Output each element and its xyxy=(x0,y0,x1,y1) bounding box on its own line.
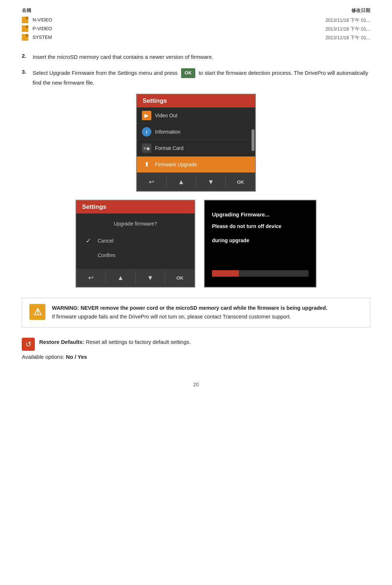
warning-box: ⚠ WARNING: NEVER remove the power cord o… xyxy=(22,298,370,328)
restore-icon: ↺ xyxy=(22,338,35,351)
upgrade-options-list: ✓ Cancel ✓ Confirm xyxy=(82,235,189,261)
file-name: P-VIDEO xyxy=(33,26,52,31)
file-row: SYSTEM 2013/11/18 下午 01... xyxy=(22,33,370,42)
warning-icon: ⚠ xyxy=(29,304,45,320)
upgrading-text-block: Upgrading Firmware... Please do not turn… xyxy=(212,211,309,255)
menu-item-firmware-upgrade-label: Firmware Upgrade xyxy=(155,162,197,167)
warning-title: WARNING: xyxy=(52,305,79,311)
file-name-cell: SYSTEM xyxy=(22,33,163,42)
settings-title-main: Settings xyxy=(137,94,255,107)
scrollbar xyxy=(252,129,254,151)
available-options-label: Available options: xyxy=(22,354,64,360)
firmware-upgrade-icon: ⬆ xyxy=(142,160,151,169)
upgrade-question-text: Upgrade firmware? xyxy=(82,221,189,227)
progress-bar-container xyxy=(212,270,309,277)
step-3-text-before: Select Upgrade Firmware from the Setting… xyxy=(33,70,177,76)
video-out-icon: ▶ xyxy=(142,111,151,120)
step-3-number: 3. xyxy=(22,68,33,75)
warning-text-content: WARNING: NEVER remove the power cord or … xyxy=(52,304,327,321)
col-name-header: 名稱 xyxy=(22,7,163,16)
menu-item-video-out: ▶ Video Out xyxy=(137,107,255,124)
available-options-line: Available options: No / Yes xyxy=(22,354,370,360)
format-card-icon: ≡◆ xyxy=(142,143,151,153)
restore-description-text: Reset all settings to factory default se… xyxy=(86,339,191,345)
file-date-cell: 2013/11/18 下午 01... xyxy=(163,16,370,25)
nav-ok-btn[interactable]: OK xyxy=(226,176,255,188)
restore-text: Restore Defaults: Reset all settings to … xyxy=(39,338,191,346)
nav-back-btn[interactable]: ↩ xyxy=(137,176,167,188)
information-icon: i xyxy=(142,127,151,137)
progress-bar-fill xyxy=(212,270,239,277)
warning-body-text: If firmware upgrade fails and the DriveP… xyxy=(52,314,291,320)
step-2: 2. Insert the microSD memory card that c… xyxy=(22,52,370,62)
file-table: 名稱 修改日期 N-VIDEO 2013/11/18 下午 01... P-VI… xyxy=(22,7,370,42)
restore-label: Restore Defaults: xyxy=(39,339,84,345)
settings-confirm-screen: Settings Upgrade firmware? ✓ Cancel ✓ Co… xyxy=(75,200,195,288)
file-row: N-VIDEO 2013/11/18 下午 01... xyxy=(22,16,370,25)
file-date-cell: 2013/11/18 下午 01... xyxy=(163,25,370,33)
menu-nav-bar-main: ↩ ▲ ▼ OK xyxy=(137,173,255,191)
nav-up-btn[interactable]: ▲ xyxy=(167,176,196,188)
upgrading-line1: Upgrading Firmware... xyxy=(212,211,309,219)
upgrading-line2: Please do not turn off device xyxy=(212,223,309,230)
confirm-nav-up-btn[interactable]: ▲ xyxy=(106,272,136,284)
step-2-text: Insert the microSD memory card that cont… xyxy=(33,52,370,62)
step-3: 3. Select Upgrade Firmware from the Sett… xyxy=(22,68,370,88)
upgrading-line3: during upgrade xyxy=(212,237,309,244)
confirm-option: ✓ Confirm xyxy=(82,249,189,261)
check-mark: ✓ xyxy=(86,237,91,245)
confirm-nav-back-btn[interactable]: ↩ xyxy=(76,272,106,284)
file-name: SYSTEM xyxy=(33,34,52,40)
nav-down-btn[interactable]: ▼ xyxy=(196,176,226,188)
upgrade-confirm-content: Upgrade firmware? ✓ Cancel ✓ Confirm xyxy=(76,214,195,269)
settings-screenshot-main: Settings ▶ Video Out i Information ≡◆ Fo… xyxy=(136,94,256,192)
ok-button-inline: OK xyxy=(181,68,196,78)
menu-nav-bar-confirm: ↩ ▲ ▼ OK xyxy=(76,269,195,287)
file-row: P-VIDEO 2013/11/18 下午 01... xyxy=(22,25,370,33)
col-date-header: 修改日期 xyxy=(163,7,370,16)
cancel-option: ✓ Cancel xyxy=(82,235,189,247)
confirm-nav-down-btn[interactable]: ▼ xyxy=(136,272,166,284)
available-options-value: No / Yes xyxy=(66,354,87,360)
step-2-number: 2. xyxy=(22,52,33,59)
file-icon xyxy=(22,25,28,32)
menu-item-video-out-label: Video Out xyxy=(155,113,177,118)
file-name: N-VIDEO xyxy=(33,17,52,23)
step-3-text: Select Upgrade Firmware from the Setting… xyxy=(33,68,370,88)
file-name-cell: P-VIDEO xyxy=(22,25,163,33)
menu-item-format-card-label: Format Card xyxy=(155,145,184,151)
upgrading-screen: Upgrading Firmware... Please do not turn… xyxy=(204,200,317,288)
menu-item-firmware-upgrade: ⬆ Firmware Upgrade xyxy=(137,157,255,173)
menu-item-information: i Information xyxy=(137,124,255,140)
confirm-nav-ok-btn[interactable]: OK xyxy=(165,272,195,284)
restore-defaults-section: ↺ Restore Defaults: Reset all settings t… xyxy=(22,338,370,351)
menu-item-information-label: Information xyxy=(155,129,180,135)
file-date-cell: 2013/11/18 下午 01... xyxy=(163,33,370,42)
file-icon xyxy=(22,34,28,41)
confirm-label: Confirm xyxy=(98,252,115,258)
cancel-label: Cancel xyxy=(98,238,114,244)
settings-title-confirm: Settings xyxy=(76,200,195,214)
file-name-cell: N-VIDEO xyxy=(22,16,163,25)
page-number: 20 xyxy=(22,382,370,387)
file-icon xyxy=(22,17,28,23)
menu-item-format-card: ≡◆ Format Card xyxy=(137,140,255,157)
screenshots-row: Settings Upgrade firmware? ✓ Cancel ✓ Co… xyxy=(22,200,370,288)
warning-bold-text: NEVER remove the power cord or the micro… xyxy=(81,305,327,311)
